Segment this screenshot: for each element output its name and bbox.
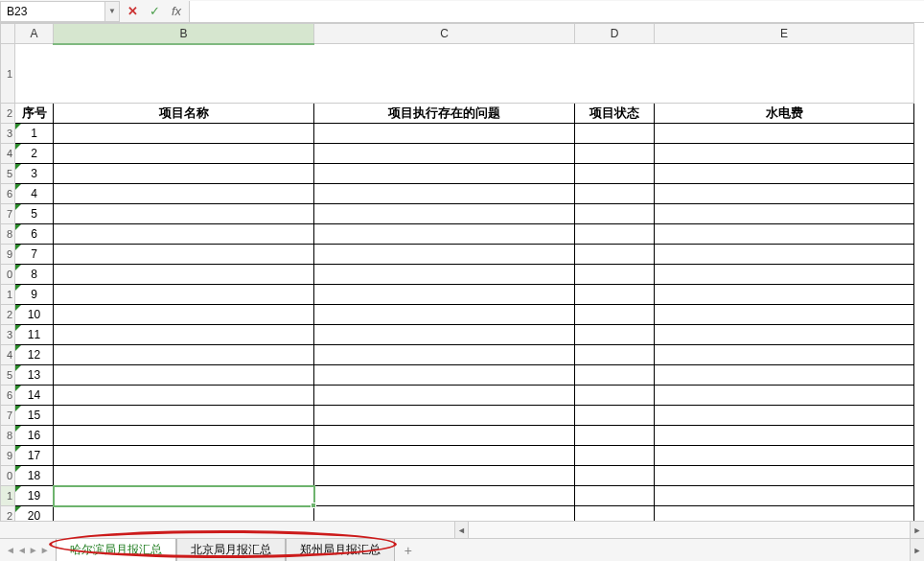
sheet-first-icon[interactable]: ◄ xyxy=(6,545,15,555)
cell[interactable] xyxy=(655,164,914,184)
cell[interactable] xyxy=(575,446,655,466)
seq-cell[interactable]: 8 xyxy=(15,265,54,285)
cell[interactable] xyxy=(314,325,575,345)
row-header[interactable]: 1 xyxy=(1,44,15,104)
cell[interactable] xyxy=(655,285,914,305)
row-header[interactable]: 9 xyxy=(1,446,15,466)
cell[interactable] xyxy=(575,345,655,365)
cell[interactable] xyxy=(575,426,655,446)
cell[interactable] xyxy=(314,265,575,285)
cell[interactable] xyxy=(54,506,314,522)
enter-icon[interactable]: ✓ xyxy=(150,4,160,18)
cell[interactable] xyxy=(314,124,575,144)
add-sheet-button[interactable]: + xyxy=(395,543,422,558)
header-utilities[interactable]: 水电费 xyxy=(655,104,914,124)
seq-cell[interactable]: 5 xyxy=(15,204,54,224)
cell[interactable] xyxy=(575,245,655,265)
cell[interactable] xyxy=(54,184,314,204)
seq-cell[interactable]: 16 xyxy=(15,426,54,446)
cell[interactable] xyxy=(54,486,314,506)
row-header[interactable]: 6 xyxy=(1,184,15,204)
cell[interactable] xyxy=(314,506,575,522)
sheet-last-icon[interactable]: ► xyxy=(40,545,50,555)
cell[interactable] xyxy=(655,144,914,164)
cell[interactable] xyxy=(655,305,914,325)
cell[interactable] xyxy=(575,124,655,144)
row-header[interactable]: 1 xyxy=(1,486,15,506)
cell[interactable] xyxy=(655,184,914,204)
seq-cell[interactable]: 20 xyxy=(15,506,54,522)
cell[interactable] xyxy=(655,386,914,406)
row-header[interactable]: 3 xyxy=(1,124,15,144)
col-header-A[interactable]: A xyxy=(15,24,54,44)
cell[interactable] xyxy=(575,305,655,325)
row-header[interactable]: 4 xyxy=(1,144,15,164)
row-header[interactable]: 7 xyxy=(1,204,15,224)
col-header-E[interactable]: E xyxy=(655,24,914,44)
row-header[interactable]: 0 xyxy=(1,265,15,285)
cell[interactable] xyxy=(54,245,314,265)
seq-cell[interactable]: 3 xyxy=(15,164,54,184)
cell[interactable] xyxy=(54,204,314,224)
cell[interactable] xyxy=(54,305,314,325)
name-box[interactable]: B23 xyxy=(0,1,105,22)
row-header[interactable]: 5 xyxy=(1,365,15,386)
cell[interactable] xyxy=(314,184,575,204)
seq-cell[interactable]: 14 xyxy=(15,386,54,406)
cell[interactable] xyxy=(314,204,575,224)
formula-input[interactable] xyxy=(189,1,924,22)
cell[interactable] xyxy=(54,345,314,365)
cell[interactable] xyxy=(655,406,914,426)
cell[interactable] xyxy=(655,204,914,224)
cell[interactable] xyxy=(54,164,314,184)
cell[interactable] xyxy=(54,446,314,466)
seq-cell[interactable]: 18 xyxy=(15,466,54,486)
seq-cell[interactable]: 17 xyxy=(15,446,54,466)
cell[interactable] xyxy=(575,164,655,184)
row-header[interactable]: 6 xyxy=(1,386,15,406)
seq-cell[interactable]: 15 xyxy=(15,406,54,426)
col-header-B[interactable]: B xyxy=(54,24,314,44)
fx-icon[interactable]: fx xyxy=(172,4,181,18)
cell[interactable] xyxy=(575,325,655,345)
header-proj-status[interactable]: 项目状态 xyxy=(575,104,655,124)
seq-cell[interactable]: 4 xyxy=(15,184,54,204)
header-proj-name[interactable]: 项目名称 xyxy=(54,104,314,124)
cancel-icon[interactable]: ✕ xyxy=(127,4,138,18)
cell[interactable] xyxy=(575,386,655,406)
cell[interactable] xyxy=(54,124,314,144)
cell[interactable] xyxy=(575,365,655,386)
cell[interactable] xyxy=(655,124,914,144)
row-header[interactable]: 8 xyxy=(1,426,15,446)
cell[interactable] xyxy=(54,365,314,386)
seq-cell[interactable]: 9 xyxy=(15,285,54,305)
cell[interactable] xyxy=(54,265,314,285)
cell[interactable] xyxy=(314,164,575,184)
sheet-tab[interactable]: 郑州局月报汇总 xyxy=(286,539,395,562)
cell[interactable] xyxy=(655,506,914,522)
cell[interactable] xyxy=(54,224,314,245)
cell[interactable] xyxy=(575,224,655,245)
cell[interactable] xyxy=(314,426,575,446)
seq-cell[interactable]: 11 xyxy=(15,325,54,345)
row-header[interactable]: 4 xyxy=(1,345,15,365)
cell[interactable] xyxy=(314,365,575,386)
cell[interactable] xyxy=(54,325,314,345)
cell[interactable] xyxy=(314,285,575,305)
cell[interactable] xyxy=(655,466,914,486)
cell[interactable] xyxy=(575,285,655,305)
name-box-dropdown-icon[interactable]: ▼ xyxy=(105,1,120,22)
row-header[interactable]: 9 xyxy=(1,245,15,265)
cell[interactable] xyxy=(575,144,655,164)
tab-scroll-right-icon[interactable]: ► xyxy=(910,539,924,561)
cell[interactable] xyxy=(54,466,314,486)
cell[interactable] xyxy=(655,245,914,265)
cell[interactable] xyxy=(314,224,575,245)
cell[interactable] xyxy=(314,305,575,325)
seq-cell[interactable]: 6 xyxy=(15,224,54,245)
cell[interactable] xyxy=(314,446,575,466)
seq-cell[interactable]: 7 xyxy=(15,245,54,265)
hscroll-right-icon[interactable]: ► xyxy=(910,522,924,538)
cell[interactable] xyxy=(314,144,575,164)
seq-cell[interactable]: 1 xyxy=(15,124,54,144)
